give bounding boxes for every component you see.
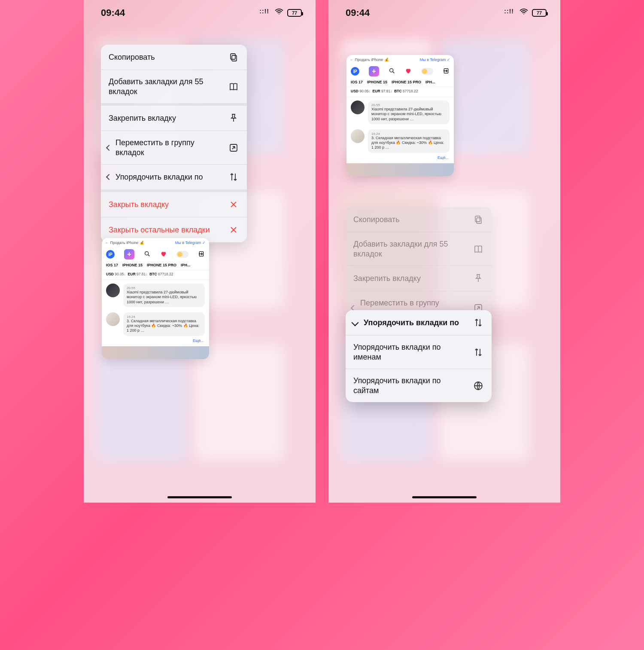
site-logo[interactable]: iP — [106, 250, 115, 259]
news-item[interactable]: 19.243. Складная металлическая подставка… — [102, 309, 209, 338]
menu-copy[interactable]: Скопировать — [346, 207, 492, 232]
close-icon — [228, 224, 239, 235]
search-icon[interactable] — [389, 67, 395, 75]
card-image — [346, 163, 454, 176]
currency-rates: USD 90.05↓ EUR 97.81↓ BTC 67718.22 — [346, 87, 454, 97]
secondary-signal: ::!! — [259, 8, 269, 15]
secondary-signal: ::!! — [504, 8, 514, 15]
svg-point-5 — [390, 69, 393, 72]
sort-icon — [473, 317, 484, 328]
menu-pin-tab[interactable]: Закрепить вкладку — [346, 266, 492, 291]
wifi-icon — [274, 7, 284, 19]
copy-icon — [473, 214, 484, 225]
pin-icon — [228, 113, 239, 124]
login-icon[interactable] — [443, 67, 450, 75]
svg-rect-1 — [231, 54, 235, 59]
currency-rates: USD 90.05↓ EUR 97.81↓ BTC 67718.22 — [102, 270, 209, 280]
home-indicator[interactable] — [412, 496, 477, 498]
theme-toggle[interactable] — [176, 251, 188, 258]
svg-rect-0 — [232, 55, 237, 61]
sort-by-name[interactable]: Упорядочить вкладки по именам — [346, 336, 492, 369]
more-link[interactable]: Ещё... — [346, 155, 454, 163]
pin-icon — [473, 273, 484, 284]
book-icon — [473, 244, 484, 255]
battery-indicator: 77 — [532, 9, 547, 17]
telegram-link[interactable]: Мы в Telegram ✓ — [175, 241, 206, 245]
theme-toggle[interactable] — [421, 68, 433, 75]
status-time: 09:44 — [101, 7, 125, 18]
menu-add-bookmarks[interactable]: Добавить закладки для 55 вкладок — [346, 232, 492, 266]
menu-copy[interactable]: Скопировать — [101, 45, 247, 70]
add-button[interactable]: + — [369, 66, 379, 76]
tab-preview-card[interactable]: ← Продать iPhone 💰 Мы в Telegram ✓ iP + … — [346, 55, 454, 176]
copy-icon — [228, 52, 239, 63]
login-icon[interactable] — [198, 250, 205, 258]
telegram-link[interactable]: Мы в Telegram ✓ — [420, 58, 450, 62]
status-bar: 09:44 ::!! 77 — [328, 0, 560, 26]
battery-indicator: 77 — [287, 9, 302, 17]
tab-preview-card[interactable]: ← Продать iPhone 💰 Мы в Telegram ✓ iP + … — [102, 238, 209, 359]
menu-move-to-group[interactable]: Переместить в группу вкладок — [101, 131, 247, 165]
back-link[interactable]: ← Продать iPhone 💰 — [350, 58, 389, 62]
menu-sort-tabs[interactable]: Упорядочить вкладки по — [101, 165, 247, 192]
status-time: 09:44 — [346, 7, 370, 18]
site-logo[interactable]: iP — [351, 67, 359, 76]
news-item[interactable]: 20.55Xiaomi представила 27-дюймовый мони… — [102, 280, 209, 309]
sort-submenu: Упорядочить вкладки по Упорядочить вклад… — [346, 310, 492, 402]
submenu-header[interactable]: Упорядочить вкладки по — [346, 310, 492, 336]
card-image — [102, 346, 209, 359]
back-link[interactable]: ← Продать iPhone 💰 — [105, 241, 144, 245]
wifi-icon — [519, 7, 529, 19]
add-button[interactable]: + — [124, 249, 134, 259]
menu-add-bookmarks[interactable]: Добавить закладки для 55 вкладок — [101, 70, 247, 106]
svg-point-3 — [145, 252, 149, 255]
heart-icon[interactable] — [405, 67, 412, 75]
tab-context-menu-dimmed: Скопировать Добавить закладки для 55 вкл… — [346, 207, 492, 324]
nav-tabs: IOS 17 IPHONE 15 IPHONE 15 PRO IPH... — [346, 80, 454, 87]
phone-left: 09:44 ::!! 77 Скопировать Добавить закла… — [84, 0, 316, 503]
phone-right: 09:44 ::!! 77 ← Продать iPhone 💰 Мы в Te… — [328, 0, 560, 503]
heart-icon[interactable] — [160, 250, 167, 258]
more-link[interactable]: Ещё... — [102, 338, 209, 346]
news-item[interactable]: 20.55Xiaomi представила 27-дюймовый мони… — [346, 97, 454, 126]
svg-rect-8 — [475, 216, 480, 222]
book-icon — [228, 81, 239, 92]
menu-pin-tab[interactable]: Закрепить вкладку — [101, 106, 247, 131]
menu-close-tab[interactable]: Закрыть вкладку — [101, 192, 247, 217]
tab-context-menu: Скопировать Добавить закладки для 55 вкл… — [101, 45, 247, 242]
sort-by-site[interactable]: Упорядочить вкладки по сайтам — [346, 369, 492, 402]
status-bar: 09:44 ::!! 77 — [84, 0, 316, 26]
nav-tabs: IOS 17 IPHONE 15 IPHONE 15 PRO IPH... — [102, 263, 209, 270]
home-indicator[interactable] — [167, 496, 232, 498]
news-item[interactable]: 19.243. Складная металлическая подставка… — [346, 126, 454, 155]
move-group-icon — [228, 142, 239, 153]
sort-icon — [228, 171, 239, 183]
sort-icon — [473, 347, 484, 358]
globe-icon — [473, 380, 484, 391]
svg-rect-7 — [477, 218, 481, 223]
close-icon — [228, 199, 239, 210]
search-icon[interactable] — [144, 250, 151, 258]
